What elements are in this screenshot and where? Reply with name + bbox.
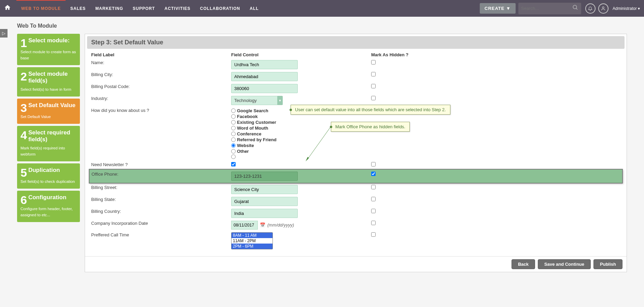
date-input[interactable] [231,221,258,230]
radio-option[interactable] [231,132,236,136]
save-continue-button[interactable]: Save and Continue [538,259,591,269]
nav-item-all[interactable]: ALL [245,0,263,17]
field-row: Name: [89,59,622,71]
text-input[interactable] [231,84,298,93]
field-control [229,59,369,71]
step-4[interactable]: 4Select required field(s)Mark field(s) r… [17,126,80,161]
nav-item-activities[interactable]: ACTIVITIES [160,0,195,17]
nav-item-marketing[interactable]: MARKETING [90,0,128,17]
field-label: Preffered Call Time [89,231,229,251]
admin-menu[interactable]: Administrator ▾ [613,6,640,11]
radio-option[interactable] [231,108,236,113]
calendar-icon[interactable]: 📅 [260,222,265,228]
field-row: Billing State: [89,195,622,207]
side-expand-tab[interactable]: ▷ [0,29,8,38]
field-label: Company Incorporation Date [89,219,229,231]
home-icon[interactable] [4,4,11,13]
field-control [229,169,369,183]
step-1[interactable]: 1Select module:Select module to create f… [17,34,80,65]
radio-option[interactable] [231,137,236,142]
text-input[interactable] [231,60,298,69]
radio-label: Referred by Friend [237,137,277,142]
search-input[interactable] [521,6,572,11]
field-control [229,207,369,219]
hidden-checkbox[interactable] [371,162,376,166]
radio-option[interactable] [231,143,236,148]
hidden-checkbox[interactable] [371,232,376,237]
text-input[interactable] [231,185,298,194]
search-icon[interactable] [572,4,578,12]
step-6[interactable]: 6ConfigurationConfigure form header, foo… [17,191,80,222]
radio-option[interactable] [231,155,236,159]
radio-label: Other [237,149,249,154]
hidden-checkbox[interactable] [371,60,376,64]
hidden-checkbox[interactable] [371,172,376,176]
hidden-checkbox[interactable] [371,84,376,88]
field-label: Office Phone: [89,169,229,183]
field-label: Billing State: [89,195,229,207]
field-row: Office Phone: [89,169,622,183]
field-row: Billing Postal Code: [89,83,622,94]
field-label: Billing City: [89,71,229,83]
field-control [229,195,369,207]
field-row: Need Newsletter ? [89,161,622,169]
step-list: 1Select module:Select module to create f… [17,34,80,272]
hidden-checkbox[interactable] [371,72,376,76]
field-control [229,161,369,169]
field-label: Need Newsletter ? [89,161,229,169]
multi-select[interactable]: 8AM - 11 AM11AM - 2PM2PM - 6PM [231,232,273,249]
button-bar: Back Save and Continue Publish [85,256,627,272]
nav-item-sales[interactable]: SALES [66,0,90,17]
radio-label: Website [237,143,254,148]
radio-option[interactable] [231,120,236,125]
column-header: Field Control [229,51,369,59]
text-input[interactable] [231,197,298,206]
hidden-checkbox[interactable] [371,197,376,201]
nav-item-collaboration[interactable]: COLLABORATION [195,0,245,17]
field-control: 8AM - 11 AM11AM - 2PM2PM - 6PM [229,231,369,251]
back-button[interactable]: Back [512,259,535,269]
text-input[interactable] [231,72,298,81]
hidden-checkbox[interactable] [371,96,376,100]
select-display[interactable]: Technology [231,96,277,105]
publish-button[interactable]: Publish [593,259,622,269]
radio-label: Word of Mouth [237,126,268,131]
radio-label: Conference [237,131,262,136]
field-row: Company Incorporation Date📅(mm/dd/yyyy) [89,219,622,231]
date-format-hint: (mm/dd/yyyy) [267,222,294,228]
text-input[interactable] [231,209,298,218]
nav-item-web-to-module[interactable]: WEB TO MODULE [16,0,66,16]
radio-label: Existing Customer [237,120,276,125]
radio-label: Facebook [237,114,258,119]
field-control [229,83,369,94]
field-row: Billing Street: [89,183,622,195]
chevron-down-icon[interactable]: ▼ [277,96,283,105]
field-label: How did you know about us ? [89,106,229,161]
radio-option[interactable] [231,126,236,130]
text-input[interactable] [231,172,298,181]
checkbox-input[interactable] [231,162,236,166]
create-button[interactable]: CREATE ▼ [480,3,516,14]
field-control: 📅(mm/dd/yyyy) [229,219,369,231]
search-box[interactable] [518,3,581,14]
callout-default-value: User can set default value into all thos… [291,105,450,115]
step-3[interactable]: 3Set Default ValueSet Default Value [17,99,80,124]
main-panel: Step 3: Set Default Value Field LabelFie… [85,34,627,272]
nav-item-support[interactable]: SUPPORT [128,0,160,17]
step-5[interactable]: 5DuplicationSet field(s) to check duplic… [17,163,80,189]
field-label: Name: [89,59,229,71]
field-row: Billing Country: [89,207,622,219]
hidden-checkbox[interactable] [371,209,376,213]
user-icon[interactable] [598,3,608,14]
field-label: Industry: [89,94,229,106]
callout-hidden-field: Mark Office Phone as hidden fields. [331,122,410,132]
radio-option[interactable] [231,149,236,154]
step-2[interactable]: 2Select module field(s)Select field(s) t… [17,67,80,97]
step-header: Step 3: Set Default Value [87,36,625,49]
hidden-checkbox[interactable] [371,221,376,225]
page-title: Web To Module [0,17,644,34]
field-row: Preffered Call Time8AM - 11 AM11AM - 2PM… [89,231,622,251]
notifications-icon[interactable] [585,3,596,14]
radio-option[interactable] [231,114,236,119]
hidden-checkbox[interactable] [371,185,376,189]
